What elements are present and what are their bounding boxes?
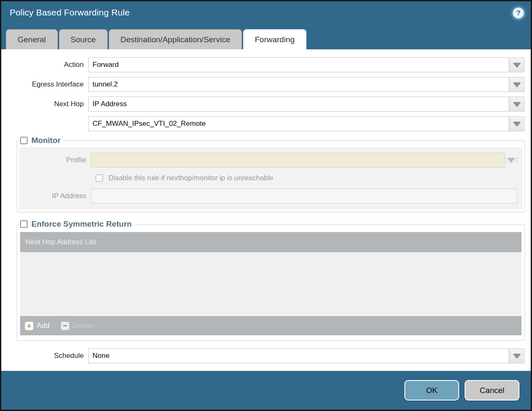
dialog-footer: OK Cancel: [1, 371, 531, 410]
dialog-title: Policy Based Forwarding Rule: [10, 8, 130, 18]
monitor-disabled-panel: Profile Disable this rule if nexthop/mon…: [19, 147, 522, 209]
monitor-legend-label: Monitor: [31, 136, 61, 145]
chevron-down-icon: [513, 354, 521, 358]
chevron-down-icon: [507, 158, 515, 163]
next-hop-value[interactable]: IP Address: [88, 97, 509, 112]
enforce-legend: Enforce Symmetric Return: [19, 220, 135, 229]
action-combo: Forward: [88, 57, 524, 72]
chevron-down-icon: [513, 63, 521, 67]
action-value[interactable]: Forward: [88, 57, 509, 72]
enforce-symmetric-return-section: Enforce Symmetric Return Next Hop Addres…: [17, 220, 525, 341]
delete-button-label: Delete: [73, 322, 93, 330]
tab-content-forwarding: Action Forward Egress Interface tunnel.2…: [1, 49, 531, 371]
next-hop-address-list-toolbar: + Add − Delete: [20, 316, 522, 335]
minus-icon: −: [61, 322, 69, 330]
help-icon[interactable]: ?: [513, 8, 524, 19]
next-hop-address-list-header: Next Hop Address List: [20, 232, 522, 252]
schedule-label: Schedule: [1, 352, 88, 360]
next-hop-address-value[interactable]: CF_MWAN_IPsec_VTI_02_Remote: [88, 116, 509, 131]
ok-button[interactable]: OK: [404, 380, 459, 401]
enforce-legend-label: Enforce Symmetric Return: [31, 220, 132, 229]
next-hop-address-row: CF_MWAN_IPsec_VTI_02_Remote: [1, 116, 524, 131]
plus-icon: +: [25, 322, 33, 330]
add-button[interactable]: + Add: [25, 322, 49, 330]
profile-row: Profile: [19, 153, 517, 168]
next-hop-dropdown-button[interactable]: [509, 97, 524, 112]
tab-bar: General Source Destination/Application/S…: [1, 29, 531, 49]
schedule-dropdown-button[interactable]: [509, 348, 524, 363]
egress-interface-dropdown-button[interactable]: [509, 77, 524, 92]
next-hop-address-list-body[interactable]: [20, 252, 522, 316]
next-hop-address-combo: CF_MWAN_IPsec_VTI_02_Remote: [88, 116, 524, 131]
chevron-down-icon: [513, 102, 521, 107]
profile-dropdown-button: [505, 158, 517, 163]
chevron-down-icon: [513, 82, 521, 87]
next-hop-label: Next Hop: [1, 100, 88, 108]
disable-rule-row: Disable this rule if nexthop/monitor ip …: [95, 174, 517, 182]
dialog-titlebar: Policy Based Forwarding Rule ?: [1, 1, 531, 29]
enforce-symmetric-return-checkbox[interactable]: [20, 220, 28, 228]
monitor-legend: Monitor: [19, 136, 64, 145]
action-dropdown-button[interactable]: [509, 57, 524, 72]
schedule-combo: None: [88, 348, 524, 363]
schedule-value[interactable]: None: [88, 348, 509, 363]
schedule-row: Schedule None: [1, 348, 524, 363]
egress-interface-value[interactable]: tunnel.2: [88, 77, 509, 92]
add-button-label: Add: [37, 322, 49, 330]
tab-forwarding[interactable]: Forwarding: [243, 29, 306, 49]
egress-interface-combo: tunnel.2: [88, 77, 524, 92]
profile-label: Profile: [19, 156, 91, 164]
action-label: Action: [1, 61, 88, 69]
monitor-ip-address-row: IP Address: [19, 189, 517, 204]
chevron-down-icon: [513, 122, 521, 126]
next-hop-address-list-table: Next Hop Address List + Add − Delete: [20, 232, 522, 335]
egress-interface-label: Egress Interface: [1, 80, 88, 89]
next-hop-row: Next Hop IP Address: [1, 97, 524, 112]
cancel-button[interactable]: Cancel: [465, 380, 519, 401]
monitor-ip-address-label: IP Address: [19, 192, 91, 200]
profile-value: [91, 153, 505, 168]
policy-based-forwarding-dialog: Policy Based Forwarding Rule ? General S…: [0, 0, 532, 411]
next-hop-combo: IP Address: [88, 97, 524, 112]
tab-destination-application-service[interactable]: Destination/Application/Service: [109, 29, 242, 49]
tab-source[interactable]: Source: [59, 29, 108, 49]
monitor-ip-address-input: [91, 189, 517, 204]
delete-button: − Delete: [61, 322, 93, 330]
tab-general[interactable]: General: [6, 29, 58, 49]
disable-rule-checkbox: [95, 174, 103, 182]
action-row: Action Forward: [1, 57, 524, 72]
monitor-checkbox[interactable]: [20, 137, 28, 144]
disable-rule-label: Disable this rule if nexthop/monitor ip …: [108, 174, 273, 182]
next-hop-address-dropdown-button[interactable]: [509, 116, 524, 131]
egress-interface-row: Egress Interface tunnel.2: [1, 77, 524, 92]
monitor-section: Monitor Profile Disable this rule if nex…: [17, 136, 525, 212]
